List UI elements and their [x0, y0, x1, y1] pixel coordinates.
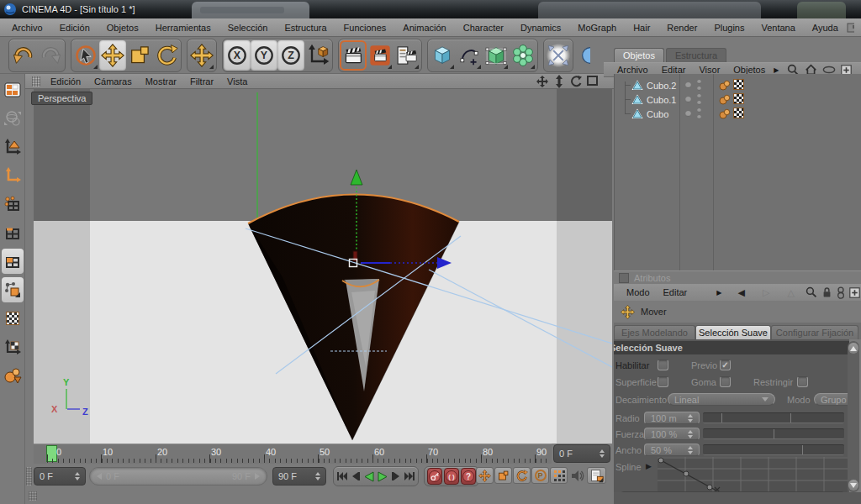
menu-hair[interactable]: Hair: [625, 18, 658, 37]
maximize-view-icon[interactable]: [586, 75, 599, 87]
visibility-render-dot[interactable]: [697, 101, 701, 105]
vp-menu-edicion[interactable]: Edición: [44, 76, 87, 87]
undo-button[interactable]: [10, 40, 37, 71]
timeline-ruler[interactable]: 0 10 20 30 40 50 60 70 80 90: [34, 444, 552, 464]
lock-y-axis-button[interactable]: Y: [251, 40, 277, 71]
tab-seleccion-suave[interactable]: Selección Suave: [695, 325, 771, 339]
menu-funciones[interactable]: Funciones: [335, 18, 395, 37]
menu-seleccion[interactable]: Selección: [219, 18, 277, 37]
texture-tag-icon[interactable]: [733, 79, 744, 90]
layer-dot[interactable]: [685, 97, 691, 102]
spline-falloff-graph[interactable]: [658, 457, 848, 492]
attr-menu-editar[interactable]: Editar: [657, 287, 695, 297]
lock-icon[interactable]: [821, 286, 832, 298]
menu-estructura[interactable]: Estructura: [276, 18, 335, 37]
visibility-editor-dot[interactable]: [697, 94, 701, 98]
cone-object-icon[interactable]: [631, 80, 643, 91]
ancho-value-spinner[interactable]: 50 %: [644, 444, 700, 456]
play-backwards-button[interactable]: [362, 468, 376, 485]
coordinate-system-button[interactable]: [304, 40, 331, 71]
deformer-button[interactable]: [510, 40, 536, 71]
redo-button[interactable]: [37, 40, 64, 71]
goma-checkbox[interactable]: [720, 376, 731, 387]
preview-range-slider[interactable]: 0 F 90 F: [89, 467, 267, 486]
last-used-tool-button[interactable]: [188, 40, 215, 71]
object-row[interactable]: Cubo: [615, 107, 861, 121]
make-editable-button[interactable]: [2, 77, 24, 102]
model-mode-button[interactable]: [2, 106, 24, 131]
spline-expand-icon[interactable]: ▶: [646, 462, 652, 470]
keyframe-selection-button[interactable]: [587, 467, 606, 484]
move-tool-button[interactable]: [99, 40, 126, 71]
add-spline-button[interactable]: [456, 40, 483, 71]
object-row[interactable]: Cubo.2: [615, 78, 861, 92]
visibility-editor-dot[interactable]: [697, 108, 701, 113]
zoom-view-icon[interactable]: [552, 75, 566, 88]
snap-settings-button[interactable]: [2, 363, 24, 388]
parent-up-icon[interactable]: △: [780, 287, 800, 298]
history-forward-icon[interactable]: ▷: [756, 287, 776, 298]
decaimiento-dropdown[interactable]: Lineal: [668, 393, 775, 406]
layout-icon[interactable]: [847, 23, 854, 33]
drag-handle[interactable]: [26, 467, 32, 486]
object-name[interactable]: Cubo.1: [647, 95, 676, 105]
record-scale-toggle[interactable]: [494, 467, 512, 484]
attributes-vertical-scrollbar[interactable]: [848, 341, 859, 492]
render-settings-button[interactable]: [394, 40, 420, 71]
play-sound-toggle[interactable]: [568, 467, 587, 484]
rotate-view-icon[interactable]: [569, 75, 583, 88]
keyframe-options-button[interactable]: ?: [461, 468, 476, 485]
texture-mode-button[interactable]: [2, 306, 24, 331]
menu-herramientas[interactable]: Herramientas: [147, 18, 219, 37]
camera-label[interactable]: Perspectiva: [31, 92, 92, 105]
search-icon[interactable]: [806, 286, 817, 298]
clipped-toolbar-button[interactable]: [578, 40, 590, 71]
goto-start-button[interactable]: [335, 468, 349, 485]
end-frame-spinner[interactable]: 90 F: [272, 467, 326, 486]
tab-configurar-fijacion[interactable]: Configurar Fijación: [771, 325, 858, 339]
next-frame-button[interactable]: [389, 468, 403, 485]
drag-handle[interactable]: [29, 491, 37, 501]
fuerza-value-spinner[interactable]: 100 %: [644, 428, 700, 440]
scale-tool-button[interactable]: [126, 40, 153, 71]
menu-overflow-icon[interactable]: ▶: [714, 289, 724, 297]
vp-menu-mostrar[interactable]: Mostrar: [139, 76, 183, 87]
layer-dot[interactable]: [685, 111, 691, 117]
radio-slider[interactable]: [703, 412, 844, 423]
fuerza-slider[interactable]: [703, 428, 844, 439]
axis-arrows-button[interactable]: [545, 40, 572, 71]
phong-tag-icon[interactable]: [719, 80, 731, 91]
record-pla-toggle[interactable]: [550, 467, 568, 484]
texture-tag-icon[interactable]: [733, 108, 744, 118]
record-position-toggle[interactable]: [476, 467, 494, 484]
vp-menu-vista[interactable]: Vista: [220, 76, 254, 87]
tab-ejes-modelando[interactable]: Ejes Modelando: [614, 325, 695, 339]
tab-objetos[interactable]: Objetos: [614, 48, 664, 62]
eye-icon[interactable]: [822, 66, 836, 74]
drag-handle[interactable]: [32, 76, 40, 87]
pan-view-icon[interactable]: [536, 75, 549, 88]
tab-estructura[interactable]: Estructura: [666, 48, 726, 62]
lock-x-axis-button[interactable]: X: [224, 40, 251, 71]
section-header[interactable]: Selección Suave: [614, 341, 849, 354]
cone-object-icon[interactable]: [631, 108, 643, 119]
polygon-mode-button[interactable]: [2, 249, 24, 274]
splitter-handle[interactable]: [25, 89, 34, 504]
add-icon[interactable]: [849, 287, 860, 298]
object-axis-mode-button[interactable]: [2, 163, 24, 188]
render-picture-viewer-button[interactable]: [367, 40, 394, 71]
add-cube-button[interactable]: [429, 40, 456, 71]
viewport-canvas[interactable]: Y X Z: [34, 89, 612, 444]
layer-dot[interactable]: [685, 82, 691, 88]
previo-checkbox[interactable]: ✓: [720, 360, 731, 370]
radio-value-spinner[interactable]: 100 m: [644, 412, 700, 424]
menu-plugins[interactable]: Plugins: [705, 18, 753, 37]
habilitar-checkbox[interactable]: [658, 360, 668, 370]
history-icon[interactable]: [837, 286, 845, 299]
rotate-tool-button[interactable]: [153, 40, 180, 71]
live-selection-button[interactable]: [72, 40, 99, 71]
menu-mograph[interactable]: MoGraph: [569, 18, 625, 37]
menu-archivo[interactable]: Archivo: [3, 18, 51, 37]
menu-ventana[interactable]: Ventana: [753, 18, 803, 37]
visibility-editor-dot[interactable]: [697, 80, 701, 84]
